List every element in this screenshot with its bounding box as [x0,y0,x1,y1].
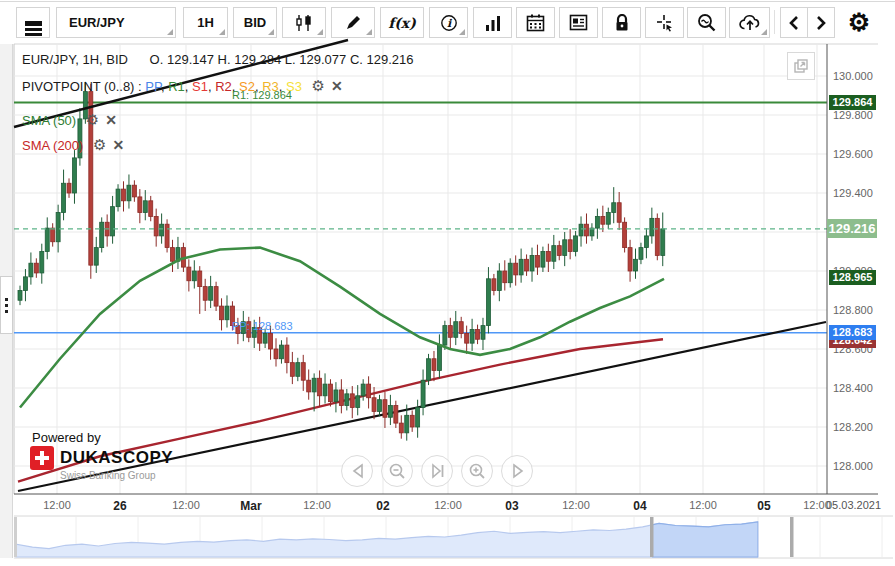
sma50-indicator-row: SMA (50) ⚙✕ [22,111,117,129]
brand-tagline: Swiss Banking Group [60,470,156,481]
last-date-label: 05.03.2021 [826,499,892,511]
time-tick: 02 [376,499,389,513]
pivot-indicator-row: PIVOTPOINT (0..8) : PP, R1, S1, R2, S2, … [22,77,343,95]
brand-name: DUKASCOPY [60,448,173,468]
step-forward-icon [504,458,530,484]
go-to-end-icon [424,458,450,484]
minimap-left-handle[interactable] [650,517,654,557]
level-price-badge: 129.864 [829,95,876,110]
pivot-remove-icon[interactable]: ✕ [331,78,343,94]
brand-logo: DUKASCOPY [30,446,173,470]
time-tick: 05 [757,499,770,513]
price-tick: 128.000 [833,460,877,472]
time-tick: Mar [240,499,261,513]
popout-button[interactable] [787,52,815,80]
price-tick: 129.600 [833,148,877,160]
time-tick: 03 [505,499,518,513]
time-tick: 04 [633,499,646,513]
sma200-remove-icon[interactable]: ✕ [113,137,125,153]
swiss-cross-icon [30,446,54,470]
minimap-right-handle[interactable] [790,517,794,557]
price-tick: 128.800 [833,304,877,316]
current-price-badge: 129.216 [827,219,877,238]
powered-by-text: Powered by [32,430,101,445]
time-tick: 12:00 [303,499,331,511]
pp-level-label: PP: 128.683 [232,320,293,332]
pivot-item-r2: R2 [215,79,232,94]
pivot-settings-gear-icon[interactable]: ⚙ [312,77,325,94]
zoom-in-icon [464,458,490,484]
go-to-end-button[interactable] [421,455,453,487]
sma200-label: SMA (200) [22,138,83,153]
step-forward-button[interactable] [501,455,533,487]
level-price-badge: 128.683 [829,325,876,340]
ohlc-header: EUR/JPY, 1H, BID O. 129.147 H. 129.284 L… [22,52,414,67]
sma200-indicator-row: SMA (200) ⚙✕ [22,136,124,154]
price-tick: 130.000 [833,70,877,82]
sma50-remove-icon[interactable]: ✕ [105,112,117,128]
time-tick: 26 [113,499,126,513]
panel-collapse-handle[interactable] [0,276,13,334]
zoom-out-button[interactable] [381,455,413,487]
zoom-in-button[interactable] [461,455,493,487]
sma50-label: SMA (50) [22,113,76,128]
step-back-icon [344,458,370,484]
pivot-name: PIVOTPOINT (0..8) [22,79,134,94]
price-tick: 129.800 [833,109,877,121]
pivot-item-r1: R1 [168,79,185,94]
price-tick: 128.200 [833,421,877,433]
price-tick: 129.400 [833,187,877,199]
time-tick: 12:00 [562,499,590,511]
zoom-out-icon [384,458,410,484]
time-tick: 12:00 [434,499,462,511]
time-tick: 12:00 [43,499,71,511]
pivot-item-s1: S1 [192,79,208,94]
price-tick: 128.400 [833,382,877,394]
level-price-badge: 128.965 [829,270,876,285]
sma200-settings-gear-icon[interactable]: ⚙ [93,136,106,153]
open-in-new-icon [793,58,809,74]
time-tick: 12:00 [689,499,717,511]
symbol-line: EUR/JPY, 1H, BID [22,52,128,67]
pivot-item-pp: PP [145,79,161,94]
trading-chart-app: { "toolbar": { "instrument": "EUR/JPY", … [0,0,895,566]
step-back-button[interactable] [341,455,373,487]
r1-level-label: R1: 129.864 [232,89,292,101]
sma50-settings-gear-icon[interactable]: ⚙ [86,111,99,128]
time-tick: 12:00 [172,499,200,511]
